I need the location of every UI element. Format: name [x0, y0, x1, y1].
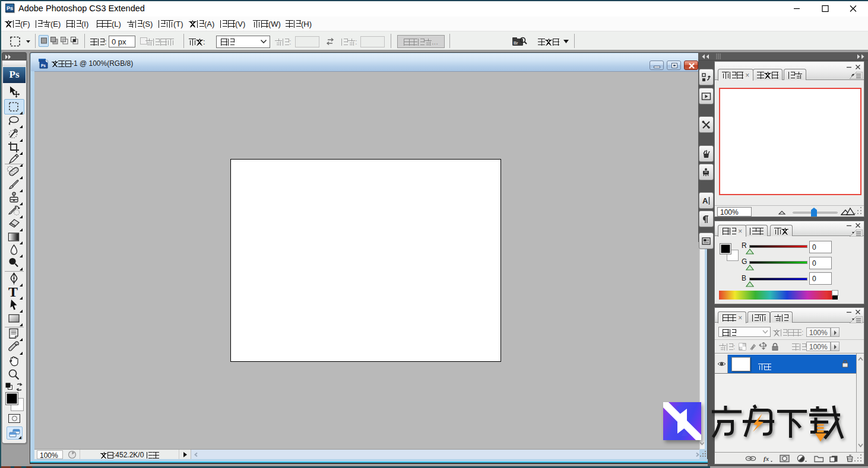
- svg-text:fx: fx: [764, 455, 769, 462]
- svg-text:Ps: Ps: [41, 63, 46, 68]
- svg-text:A: A: [702, 196, 708, 205]
- svg-text:Br: Br: [514, 40, 518, 46]
